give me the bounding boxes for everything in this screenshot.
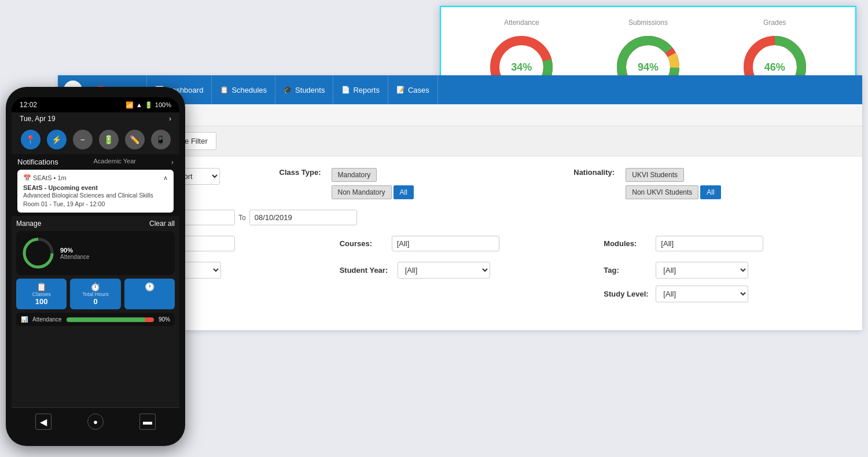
total-hours-tile: ⏱️ Total Hours 0 [70, 279, 120, 309]
student-year-select[interactable]: [All] [398, 262, 490, 279]
attendance-ring-label: Attendance [60, 254, 90, 260]
notif-header: Notifications Academic Year › [17, 158, 174, 166]
students-icon: 🎓 [284, 86, 292, 94]
notif-collapse-icon[interactable]: ∧ [163, 174, 168, 182]
bluetooth-icon[interactable]: ⚡ [47, 130, 67, 149]
location-icon[interactable]: 📍 [21, 130, 41, 149]
recents-button[interactable]: ▬ [139, 414, 156, 430]
modules-group: Modules: [604, 236, 845, 251]
student-year-label: Student Year: [340, 266, 392, 275]
attendance-pct-label: 90% [60, 247, 90, 254]
attendance-ring-svg [21, 236, 56, 270]
classes-value: 100 [35, 297, 48, 306]
form-row-3: Schools: Courses: Modules: [75, 236, 845, 251]
nationality-group: Nationality: UKVI Students Non UKVI Stud… [573, 168, 845, 199]
edit-icon[interactable]: ✏️ [125, 130, 145, 149]
courses-input[interactable] [392, 236, 499, 251]
notifications-label: Notifications [17, 158, 58, 166]
submissions-pct: 94% [638, 61, 659, 74]
manage-label[interactable]: Manage [16, 220, 41, 228]
date-bar: Tue, Apr 19 › [12, 112, 179, 125]
mandatory-btn[interactable]: Mandatory [332, 168, 377, 182]
phone-screen: 12:02 📶 ▲ 🔋 100% Tue, Apr 19 › 📍 ⚡ − 🔋 ✏… [12, 97, 179, 436]
chevron-right-icon: › [169, 115, 171, 123]
battery-pct: 100% [155, 101, 171, 108]
classes-tile: 📋 Classes 100 [16, 279, 67, 309]
dashboard-section: Manage Clear all 90% Attendance 📋 Classe [12, 216, 179, 407]
stats-row: 📋 Classes 100 ⏱️ Total Hours 0 🕐 [16, 279, 175, 309]
total-hours-label: Total Hours [82, 291, 109, 297]
total-hours-value: 0 [93, 297, 97, 306]
phone-date: Tue, Apr 19 [20, 115, 56, 123]
non-ukvi-toggles: Non UKVI Students All [626, 185, 720, 199]
manage-row: Manage Clear all [16, 220, 175, 228]
class-type-label: Class Type: [279, 168, 326, 177]
hours-icon: ⏱️ [90, 282, 100, 291]
class-type-all-btn[interactable]: All [393, 185, 414, 199]
home-button[interactable]: ● [87, 414, 104, 430]
minus-icon[interactable]: − [73, 130, 93, 149]
schedules-icon: 📋 [220, 86, 229, 94]
battery-saver-icon[interactable]: 🔋 [99, 130, 119, 149]
clear-all-label[interactable]: Clear all [149, 220, 175, 228]
battery-icon: 🔋 [145, 101, 153, 109]
status-bar: 12:02 📶 ▲ 🔋 100% [12, 97, 179, 112]
notification-card[interactable]: 📅 SEAtS • 1m ∧ SEAtS - Upcoming event Ad… [17, 170, 174, 213]
class-type-group: Class Type: Mandatory Non Mandatory All [279, 168, 551, 199]
study-level-select[interactable]: [All] [656, 286, 748, 302]
cases-icon: 📝 [396, 86, 405, 94]
nationality-label: Nationality: [573, 168, 620, 177]
study-level-label: Study Level: [604, 290, 650, 298]
tag-label: Tag: [604, 266, 650, 275]
classes-tile-label: Classes [32, 291, 51, 297]
att-text-label: Attendance [32, 316, 62, 323]
class-type-toggles: Mandatory [332, 168, 414, 182]
notifications-section: Notifications Academic Year › 📅 SEAtS • … [12, 154, 179, 216]
non-mandatory-btn[interactable]: Non Mandatory [332, 185, 392, 199]
chevron-right-notif: › [171, 158, 174, 166]
nationality-all-btn[interactable]: All [700, 185, 720, 199]
nav-cases[interactable]: 📝 Cases [388, 75, 438, 104]
attendance-pct: 34% [511, 61, 532, 74]
submissions-title: Submissions [628, 19, 668, 27]
ukvi-btn[interactable]: UKVI Students [626, 168, 684, 182]
student-year-group: Student Year: [All] [340, 262, 581, 279]
form-row-2: Date: To [75, 210, 845, 225]
class-type-toggles-2: Non Mandatory All [332, 185, 414, 199]
nav-reports[interactable]: 📄 Reports [333, 75, 388, 104]
nav-schedules[interactable]: 📋 Schedules [212, 75, 275, 104]
phone-device: 12:02 📶 ▲ 🔋 100% Tue, Apr 19 › 📍 ⚡ − 🔋 ✏… [6, 87, 185, 446]
att-pct-text: 90% [159, 316, 170, 323]
notif-card-header: 📅 SEAtS • 1m ∧ [23, 174, 168, 182]
tag-select[interactable]: [All] [656, 262, 748, 279]
status-icons: 📶 ▲ 🔋 100% [126, 101, 171, 109]
attendance-bar-row: 📊 Attendance 90% [16, 313, 175, 326]
nav-students[interactable]: 🎓 Students [275, 75, 333, 104]
date-to-input[interactable] [249, 210, 357, 225]
clock-icon: 🕐 [145, 282, 155, 291]
courses-label: Courses: [340, 239, 386, 248]
ukvi-toggles: UKVI Students [626, 168, 720, 182]
quick-icons-row: 📍 ⚡ − 🔋 ✏️ 📱 [12, 125, 179, 154]
attendance-ring-wrapper: 90% Attendance [16, 231, 175, 275]
non-ukvi-btn[interactable]: Non UKVI Students [626, 185, 698, 199]
to-label: To [238, 214, 246, 222]
modules-input[interactable] [656, 236, 763, 251]
clock-tile: 🕐 [124, 279, 175, 309]
notif-body: Advanced Biological Sciences and Clinica… [23, 191, 168, 208]
notif-title: SEAtS - Upcoming event [23, 184, 168, 191]
att-bar-background [67, 317, 154, 322]
modules-label: Modules: [604, 239, 650, 248]
notif-app-label: 📅 SEAtS • 1m [23, 174, 67, 182]
form-row-1: Reports: Academic Report Class Type: Man… [75, 168, 845, 199]
tablet-icon[interactable]: 📱 [151, 130, 171, 149]
att-bar-label: 📊 [21, 316, 28, 323]
signal-icon: ▲ [136, 101, 142, 108]
phone-time: 12:02 [20, 101, 37, 109]
classes-icon: 📋 [36, 282, 46, 291]
wifi-icon: 📶 [126, 101, 134, 109]
attendance-title: Attendance [504, 19, 539, 27]
back-button[interactable]: ◀ [35, 414, 52, 430]
grades-title: Grades [763, 19, 786, 27]
reports-icon: 📄 [341, 86, 350, 94]
